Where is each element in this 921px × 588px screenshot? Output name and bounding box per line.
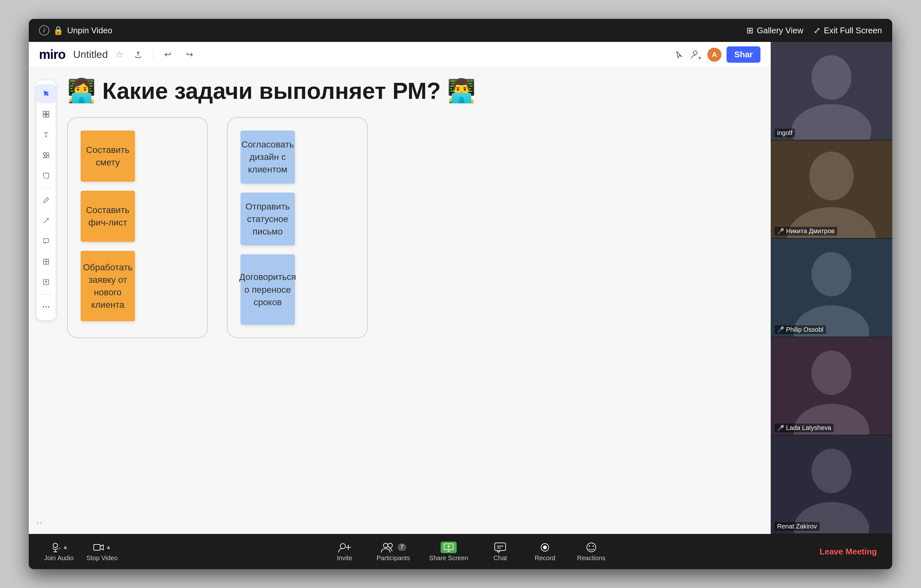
svg-point-50 (589, 546, 590, 547)
record-icon (539, 542, 551, 553)
top-bar-right: ⊞ Gallery View ⤢ Exit Full Screen (746, 26, 882, 36)
top-bar: i 🔒 Unpin Video ⊞ Gallery View ⤢ Exit Fu… (29, 19, 892, 42)
svg-rect-1 (43, 111, 46, 114)
main-window: i 🔒 Unpin Video ⊞ Gallery View ⤢ Exit Fu… (29, 19, 892, 569)
svg-point-14 (43, 306, 44, 308)
invite-label: Invite (337, 554, 352, 562)
stop-video-button[interactable]: ▲ Stop Video (86, 542, 118, 562)
join-audio-button[interactable]: ▲ Join Audio (44, 542, 73, 562)
toolbar-comment[interactable] (36, 231, 55, 251)
participant-name-nikita: 🎤 Никита Дмитров (775, 227, 837, 235)
toolbar-frames[interactable] (36, 104, 55, 124)
user-avatar: A (707, 48, 721, 62)
left-toolbar (36, 80, 55, 320)
svg-point-36 (340, 544, 345, 549)
add-person-icon (691, 49, 702, 60)
sticky-note-6[interactable]: Договориться о переносе сроков (241, 254, 295, 325)
upload-button[interactable] (131, 48, 145, 62)
toolbar-grid[interactable] (36, 252, 55, 271)
share-button[interactable]: Shar (727, 46, 760, 63)
toolbar-cursor[interactable] (36, 84, 55, 103)
participant-name-renat: Renat Zakirov (775, 522, 820, 531)
participant-video-philip: 🎤 Philip Ossobl (771, 239, 892, 337)
svg-point-39 (383, 543, 388, 548)
participant-name-philip: 🎤 Philip Ossobl (775, 325, 826, 334)
invite-icon (338, 542, 351, 553)
toolbar-shapes[interactable] (36, 145, 55, 165)
svg-point-15 (46, 306, 47, 308)
cursor-tool-icon (674, 49, 686, 60)
undo-button[interactable]: ↩ (161, 48, 175, 62)
svg-rect-44 (495, 543, 506, 551)
participants-label: Participants (376, 554, 410, 562)
participant-video-lada: 🎤 Lada Latysheva (771, 337, 892, 436)
redo-button[interactable]: ↪ (182, 48, 197, 62)
toolbar-text[interactable] (36, 125, 55, 144)
lock-icon: 🔒 (53, 26, 63, 36)
sidebar-participants: ingolf 🎤 Никита Дмитров (771, 42, 892, 534)
audio-arrow[interactable]: ▲ (62, 544, 68, 551)
svg-rect-3 (43, 114, 46, 117)
reactions-icon (585, 542, 598, 553)
toolbar-divider-2 (40, 294, 52, 295)
record-label: Record (535, 554, 555, 562)
sticky-note-5[interactable]: Отправить статусное письмо (241, 192, 295, 246)
main-area: miro Untitled ☆ ↩ ↪ (29, 42, 892, 534)
participants-badge: 7 (398, 544, 406, 551)
svg-point-24 (811, 252, 851, 296)
toolbar-connector[interactable] (36, 211, 55, 230)
star-icon[interactable]: ☆ (116, 49, 124, 60)
toolbar-sticky[interactable] (36, 166, 55, 185)
unpin-video-label[interactable]: Unpin Video (67, 26, 112, 36)
share-screen-button[interactable]: Share Screen (429, 542, 468, 562)
sticky-note-3[interactable]: Обработать заявку от нового клиента (81, 251, 135, 321)
svg-point-21 (809, 151, 854, 200)
zoom-left-buttons: ▲ Join Audio ▲ Stop Video (44, 542, 118, 562)
reactions-button[interactable]: Reactions (577, 542, 605, 562)
invite-button[interactable]: Invite (332, 542, 357, 562)
gallery-view-button[interactable]: ⊞ Gallery View (746, 26, 803, 36)
sticky-note-1[interactable]: Составить смету (81, 130, 135, 182)
svg-point-0 (693, 51, 697, 55)
participant-name-lada: 🎤 Lada Latysheva (775, 423, 834, 432)
right-container: Согласовать дизайн с клиентом Отправить … (227, 117, 368, 338)
svg-rect-5 (44, 153, 46, 155)
video-arrow[interactable]: ▲ (106, 544, 111, 551)
toolbar-pen[interactable] (36, 191, 55, 210)
participants-button[interactable]: 7 Participants (376, 542, 410, 562)
svg-point-18 (811, 55, 851, 100)
chat-label: Chat (493, 554, 507, 562)
toolbar-upload[interactable] (36, 272, 55, 292)
board-canvas[interactable]: 👩‍💻 Какие задачи выполняет РМ? 👨‍💻 Соста… (29, 67, 771, 534)
top-bar-left: i 🔒 Unpin Video (39, 25, 112, 36)
info-icon: i (39, 25, 49, 36)
participant-video-nikita: 🎤 Никита Дмитров (771, 140, 892, 239)
video-icon (93, 542, 104, 553)
board-title[interactable]: Untitled (73, 49, 108, 60)
toolbar-divider (40, 188, 52, 188)
ingolf-video-bg (771, 42, 892, 140)
share-screen-icon (441, 542, 457, 553)
svg-point-40 (388, 543, 392, 548)
sticky-note-2[interactable]: Составить фич-лист (81, 191, 135, 242)
exit-fullscreen-button[interactable]: ⤢ Exit Full Screen (814, 26, 882, 36)
stop-video-label: Stop Video (86, 554, 118, 562)
emoji-right: 👨‍💻 (447, 77, 476, 104)
participant-video-renat: Renat Zakirov (771, 435, 892, 534)
left-container: Составить смету Составить фич-лист Обраб… (67, 117, 208, 338)
grid-icon: ⊞ (746, 26, 753, 36)
leave-meeting-button[interactable]: Leave Meeting (820, 547, 877, 556)
chat-button[interactable]: Chat (487, 542, 513, 562)
svg-rect-9 (44, 239, 49, 243)
audio-icon (50, 542, 61, 553)
mic-off-icon: 🎤 (777, 228, 784, 235)
miro-header: miro Untitled ☆ ↩ ↪ (29, 42, 771, 67)
mic-off-icon-3: 🎤 (777, 425, 784, 432)
zoom-bottom-toolbar: ▲ Join Audio ▲ Stop Video (29, 534, 892, 569)
board-area: miro Untitled ☆ ↩ ↪ (29, 42, 771, 534)
chat-icon (494, 542, 506, 553)
record-button[interactable]: Record (532, 542, 558, 562)
board-title-text: 👩‍💻 Какие задачи выполняет РМ? 👨‍💻 (67, 77, 761, 104)
toolbar-more[interactable] (36, 297, 55, 316)
sticky-note-4[interactable]: Согласовать дизайн с клиентом (241, 130, 295, 184)
